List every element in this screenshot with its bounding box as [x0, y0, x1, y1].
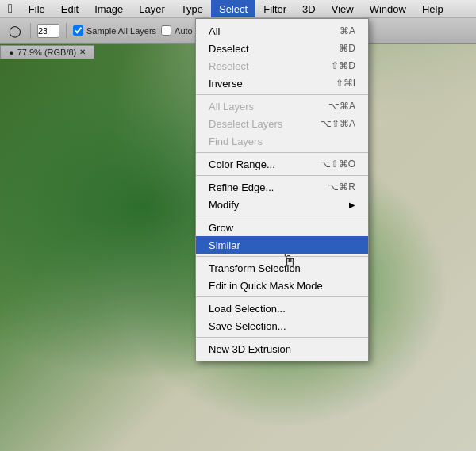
- menu-item-save-selection[interactable]: Save Selection...: [196, 317, 368, 334]
- sample-all-layers-checkbox[interactable]: [73, 25, 83, 36]
- menu-item-reselect: Reselect ⇧⌘D: [196, 57, 368, 75]
- menu-item-grow[interactable]: Grow: [196, 219, 368, 236]
- menu-divider-3: [196, 175, 368, 176]
- menu-item-load-selection[interactable]: Load Selection...: [196, 300, 368, 317]
- menu-item-similar[interactable]: Similar: [196, 236, 368, 254]
- toolbar-divider: [30, 23, 31, 39]
- apple-menu[interactable]: : [0, 0, 21, 17]
- menu-type[interactable]: Type: [173, 0, 211, 17]
- submenu-arrow-icon: ▶: [349, 201, 355, 209]
- menu-3d[interactable]: 3D: [294, 0, 324, 17]
- menu-item-edit-quick-mask[interactable]: Edit in Quick Mask Mode: [196, 277, 368, 294]
- toolbar-divider2: [66, 23, 67, 39]
- menubar:  File Edit Image Layer Type Select Filt…: [0, 0, 476, 18]
- close-icon[interactable]: ✕: [79, 48, 86, 56]
- tab-bar: ● 77.9% (RGB/8) ✕: [0, 44, 94, 59]
- menu-file[interactable]: File: [21, 0, 53, 17]
- menu-item-new-3d-extrusion[interactable]: New 3D Extrusion: [196, 340, 368, 357]
- menu-item-refine-edge[interactable]: Refine Edge... ⌥⌘R: [196, 178, 368, 196]
- document-tab-label: 77.9% (RGB/8): [17, 48, 77, 57]
- menu-item-deselect[interactable]: Deselect ⌘D: [196, 40, 368, 57]
- menu-item-color-range[interactable]: Color Range... ⌥⇧⌘O: [196, 155, 368, 173]
- menu-item-modify[interactable]: Modify ▶: [196, 196, 368, 213]
- menu-help[interactable]: Help: [414, 0, 451, 17]
- menu-item-transform-selection[interactable]: Transform Selection: [196, 259, 368, 277]
- document-tab[interactable]: ● 77.9% (RGB/8) ✕: [0, 45, 94, 59]
- menu-divider-4: [196, 216, 368, 216]
- select-dropdown-menu: All ⌘A Deselect ⌘D Reselect ⇧⌘D Inverse …: [195, 18, 369, 361]
- menu-item-all-layers: All Layers ⌥⌘A: [196, 97, 368, 115]
- menu-image[interactable]: Image: [86, 0, 131, 17]
- tool-icon: ◯: [6, 22, 24, 40]
- sample-all-layers-label[interactable]: Sample All Layers: [73, 25, 156, 36]
- menu-view[interactable]: View: [324, 0, 362, 17]
- menu-item-all[interactable]: All ⌘A: [196, 22, 368, 40]
- menu-window[interactable]: Window: [362, 0, 414, 17]
- menu-edit[interactable]: Edit: [53, 0, 86, 17]
- menu-item-inverse[interactable]: Inverse ⇧⌘I: [196, 75, 368, 92]
- menu-divider-6: [196, 296, 368, 297]
- menu-divider-1: [196, 94, 368, 95]
- document-tab-marker: ●: [9, 48, 14, 57]
- menu-layer[interactable]: Layer: [131, 0, 173, 17]
- menu-divider-7: [196, 337, 368, 338]
- menu-select[interactable]: Select: [211, 0, 255, 17]
- menu-item-find-layers: Find Layers: [196, 132, 368, 150]
- menu-divider-2: [196, 152, 368, 153]
- menu-filter[interactable]: Filter: [255, 0, 294, 17]
- brush-size-input[interactable]: [37, 24, 60, 38]
- menu-item-deselect-layers: Deselect Layers ⌥⇧⌘A: [196, 115, 368, 132]
- auto-enhance-checkbox[interactable]: [161, 25, 171, 36]
- menu-divider-5: [196, 256, 368, 257]
